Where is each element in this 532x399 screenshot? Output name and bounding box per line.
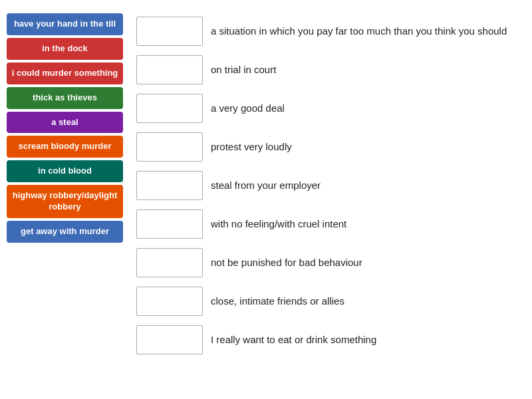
definition-text-5: steal from your employer (211, 179, 525, 192)
match-row-4: protest very loudly (136, 129, 525, 165)
drop-box-6[interactable] (136, 209, 203, 239)
definition-text-4: protest very loudly (211, 140, 525, 154)
match-row-1: a situation in which you pay far too muc… (136, 13, 525, 49)
definition-text-7: not be punished for bad behaviour (211, 256, 525, 269)
phrase-button-8[interactable]: highway robbery/daylight robbery (7, 185, 123, 218)
phrase-button-6[interactable]: scream bloody murder (7, 136, 123, 158)
drop-box-7[interactable] (136, 248, 203, 277)
phrase-button-4[interactable]: thick as thieves (7, 87, 123, 109)
drop-box-1[interactable] (136, 17, 203, 46)
match-row-3: a very good deal (136, 90, 525, 126)
phrase-button-9[interactable]: get away with murder (7, 221, 123, 243)
drop-box-9[interactable] (136, 325, 203, 354)
definition-text-9: I really want to eat or drink something (211, 333, 525, 346)
definition-text-2: on trial in court (211, 63, 525, 76)
definition-text-3: a very good deal (211, 102, 525, 115)
drop-box-2[interactable] (136, 55, 203, 84)
phrase-button-2[interactable]: in the dock (7, 38, 123, 60)
drop-box-3[interactable] (136, 94, 203, 123)
match-row-7: not be punished for bad behaviour (136, 245, 525, 281)
phrase-button-3[interactable]: i could murder something (7, 63, 123, 84)
match-row-5: steal from your employer (136, 168, 525, 203)
drop-box-8[interactable] (136, 287, 203, 316)
match-row-8: close, intimate friends or allies (136, 283, 525, 319)
definition-text-1: a situation in which you pay far too muc… (211, 25, 525, 38)
match-row-9: I really want to eat or drink something (136, 322, 525, 358)
phrase-button-1[interactable]: have your hand in the till (7, 13, 123, 35)
match-row-2: on trial in court (136, 52, 525, 88)
phrases-column: have your hand in the tillin the docki c… (7, 13, 123, 386)
definitions-column: a situation in which you pay far too muc… (130, 13, 525, 386)
phrase-button-7[interactable]: in cold blood (7, 160, 123, 182)
drop-box-4[interactable] (136, 132, 203, 162)
main-container: have your hand in the tillin the docki c… (0, 0, 532, 399)
phrase-button-5[interactable]: a steal (7, 112, 123, 134)
definition-text-6: with no feeling/with cruel intent (211, 217, 525, 231)
match-row-6: with no feeling/with cruel intent (136, 206, 525, 242)
drop-box-5[interactable] (136, 171, 203, 200)
definition-text-8: close, intimate friends or allies (211, 295, 525, 308)
